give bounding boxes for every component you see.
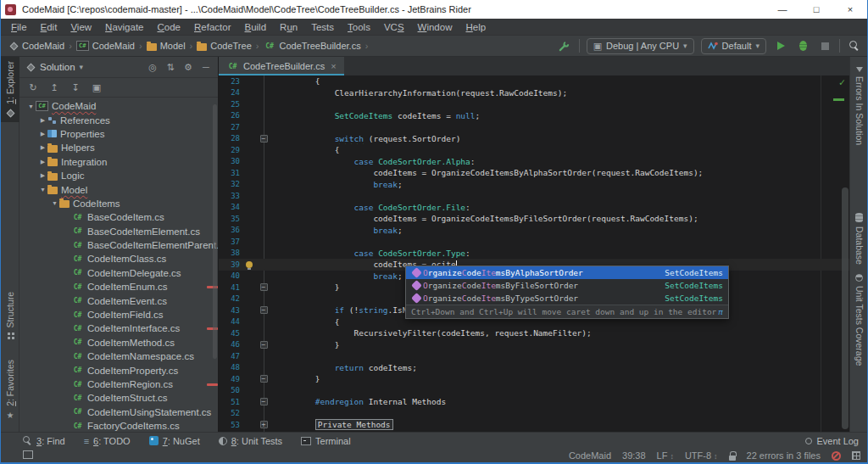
breadcrumb-model-2[interactable]: Model xyxy=(143,39,189,53)
tree-item-codeitemenum-cs[interactable]: C#CodeItemEnum.cs xyxy=(19,280,218,293)
sidebar-tab-structure[interactable]: Structure xyxy=(1,288,19,344)
fold-expand-icon[interactable]: + xyxy=(260,421,268,428)
error-stripe-mark[interactable] xyxy=(833,98,844,101)
menu-edit[interactable]: Edit xyxy=(34,19,64,36)
sidebar-tab-unit-tests-coverage[interactable]: Unit Tests Coverage xyxy=(850,271,868,369)
sidebar-tab-favorites[interactable]: 2: Favorites★ xyxy=(1,355,19,424)
tree-item-model[interactable]: ▼Model xyxy=(19,182,218,196)
code-line-52[interactable]: 52 xyxy=(219,408,849,420)
lightbulb-icon[interactable] xyxy=(246,261,253,268)
chevron-expanded-icon[interactable]: ▼ xyxy=(50,200,59,206)
solution-view-select[interactable]: Solution xyxy=(40,62,75,72)
code-line-46[interactable]: 46− } xyxy=(219,339,849,351)
code-line-38[interactable]: 38 case CodeSortOrder.Type: xyxy=(219,248,849,260)
tree-item-integration[interactable]: ▶Integration xyxy=(19,155,218,169)
chevron-collapsed-icon[interactable]: ▶ xyxy=(38,144,47,151)
menu-file[interactable]: File xyxy=(4,19,34,36)
menu-navigate[interactable]: Navigate xyxy=(98,19,150,36)
tree-item-basecodeitemelementparent-cs[interactable]: C#BaseCodeItemElementParent.cs xyxy=(19,238,218,252)
completion-item-2[interactable]: OrganizeCodeItemsByTypeSortOrderSetCodeI… xyxy=(406,292,728,305)
inspection-profile-select[interactable]: Default xyxy=(701,38,766,54)
tree-item-factorycodeitems-cs[interactable]: C#FactoryCodeItems.cs xyxy=(19,419,218,432)
debug-button[interactable] xyxy=(795,38,810,53)
breadcrumb-codemaid-1[interactable]: C#CodeMaid xyxy=(73,39,138,53)
code-line-28[interactable]: 28− switch (request.SortOrder) xyxy=(219,133,849,145)
lock-icon[interactable] xyxy=(729,456,736,461)
menu-tests[interactable]: Tests xyxy=(304,19,341,36)
code-line-24[interactable]: 24 ClearHierarchyInformation(request.Raw… xyxy=(219,87,849,99)
menu-build[interactable]: Build xyxy=(238,19,274,36)
toolwindow-terminal[interactable]: Terminal xyxy=(301,436,351,446)
code-line-36[interactable]: 36 break; xyxy=(219,225,849,237)
status-errors[interactable]: 22 errors in 3 files xyxy=(747,450,821,461)
tree-item-basecodeitem-cs[interactable]: C#BaseCodeItem.cs xyxy=(19,210,218,224)
tree-item-codeitemstruct-cs[interactable]: C#CodeItemStruct.cs xyxy=(19,391,218,405)
minimize-button[interactable]: — xyxy=(765,0,799,19)
fold-collapse-icon[interactable]: − xyxy=(260,135,268,143)
settings-icon[interactable]: ⚙ xyxy=(181,62,195,73)
tree-item-codeiteminterface-cs[interactable]: C#CodeItemInterface.cs xyxy=(19,321,218,335)
search-everywhere-button[interactable] xyxy=(847,38,862,53)
fold-collapse-icon[interactable]: − xyxy=(260,375,268,383)
menu-window[interactable]: Window xyxy=(411,19,459,36)
tree-item-codeitemusingstatement-cs[interactable]: C#CodeItemUsingStatement.cs xyxy=(19,405,218,419)
tree-item-codemaid[interactable]: ▼C#CodeMaid xyxy=(19,99,218,113)
code-line-34[interactable]: 34 case CodeSortOrder.File: xyxy=(219,202,849,214)
background-tasks-icon[interactable] xyxy=(852,451,860,460)
tree-item-codeitemregion-cs[interactable]: C#CodeItemRegion.cs xyxy=(19,377,218,391)
code-line-35[interactable]: 35 codeItems = OrganizeCodeItemsByFileSo… xyxy=(219,213,849,225)
tree-item-codeitemfield-cs[interactable]: C#CodeItemField.cs xyxy=(19,308,218,321)
code-line-26[interactable]: 26 SetCodeItems codeItems = null; xyxy=(219,110,849,122)
menu-code[interactable]: Code xyxy=(151,19,188,36)
breadcrumb-codemaid-0[interactable]: CodeMaid xyxy=(6,39,68,53)
code-analysis-status-icon[interactable] xyxy=(832,451,841,461)
code-line-37[interactable]: 37 xyxy=(219,236,849,248)
fold-collapse-icon[interactable]: − xyxy=(260,398,268,405)
code-line-25[interactable]: 25 xyxy=(219,98,849,110)
toolwindow-8-unit-tests[interactable]: 8: Unit Tests xyxy=(219,436,282,446)
code-line-49[interactable]: 49− } xyxy=(219,373,849,385)
close-button[interactable]: × xyxy=(833,0,867,19)
collapse-all-icon[interactable]: ⇅ xyxy=(164,62,177,73)
code-line-253[interactable]: 253− } xyxy=(219,431,849,433)
toolwindow-3-find[interactable]: 3: Find xyxy=(23,436,65,446)
event-log-button[interactable]: Event Log xyxy=(805,436,859,446)
code-line-33[interactable]: 33 xyxy=(219,190,849,202)
tree-item-codeitems[interactable]: ▼CodeItems xyxy=(19,197,218,210)
tree-item-codeitemclass-cs[interactable]: C#CodeItemClass.cs xyxy=(19,252,218,266)
run-button[interactable] xyxy=(773,38,788,53)
run-configuration-select[interactable]: ▣ Debug | Any CPU xyxy=(587,38,694,54)
tree-item-codeitemproperty-cs[interactable]: C#CodeItemProperty.cs xyxy=(19,363,218,377)
code-line-53[interactable]: 53+ Private Methods xyxy=(219,419,849,431)
menu-help[interactable]: Help xyxy=(459,19,492,36)
tree-item-properties[interactable]: ▶Properties xyxy=(19,127,218,141)
tree-item-codeitemevent-cs[interactable]: C#CodeItemEvent.cs xyxy=(19,293,218,307)
code-line-29[interactable]: 29 { xyxy=(219,144,849,156)
chevron-collapsed-icon[interactable]: ▶ xyxy=(38,131,47,137)
toolwindow-7-nuget[interactable]: 7: NuGet xyxy=(149,436,200,446)
menu-view[interactable]: View xyxy=(64,19,98,36)
build-wrench-icon[interactable] xyxy=(557,38,572,53)
tree-item-codeitemnamespace-cs[interactable]: C#CodeItemNamespace.cs xyxy=(19,349,218,363)
fold-collapse-icon[interactable]: − xyxy=(260,306,268,314)
code-line-30[interactable]: 30 case CodeSortOrder.Alpha: xyxy=(219,156,849,168)
chevron-collapsed-icon[interactable]: ▶ xyxy=(38,117,47,124)
code-line-50[interactable]: 50 xyxy=(219,385,849,397)
menu-run[interactable]: Run xyxy=(273,19,304,36)
inspection-ok-icon[interactable]: ✓ xyxy=(839,76,845,88)
code-line-23[interactable]: 23 { xyxy=(219,75,849,87)
tool-window-toggle-icon[interactable] xyxy=(25,452,33,459)
fold-collapse-icon[interactable]: − xyxy=(260,283,268,291)
chevron-expanded-icon[interactable]: ▼ xyxy=(26,103,36,109)
sidebar-tab-explorer[interactable]: 1: Explorer xyxy=(1,57,19,122)
tab-codetreebuilder[interactable]: C# CodeTreeBuilder.cs × xyxy=(219,57,344,75)
code-line-45[interactable]: 45 RecursivelyFilter(codeItems, request.… xyxy=(219,327,849,339)
fold-collapse-icon[interactable]: − xyxy=(260,341,268,349)
chevron-collapsed-icon[interactable]: ▶ xyxy=(38,172,47,179)
close-icon[interactable]: × xyxy=(331,61,336,71)
tree-item-helpers[interactable]: ▶Helpers xyxy=(19,141,218,154)
tree-item-codeitemdelegate-cs[interactable]: C#CodeItemDelegate.cs xyxy=(19,266,218,280)
menu-refactor[interactable]: Refactor xyxy=(187,19,237,36)
code-editor[interactable]: 23 {24 ClearHierarchyInformation(request… xyxy=(219,75,849,432)
breadcrumb-codetreebuilder-cs-4[interactable]: C#CodeTreeBuilder.cs xyxy=(259,39,364,53)
